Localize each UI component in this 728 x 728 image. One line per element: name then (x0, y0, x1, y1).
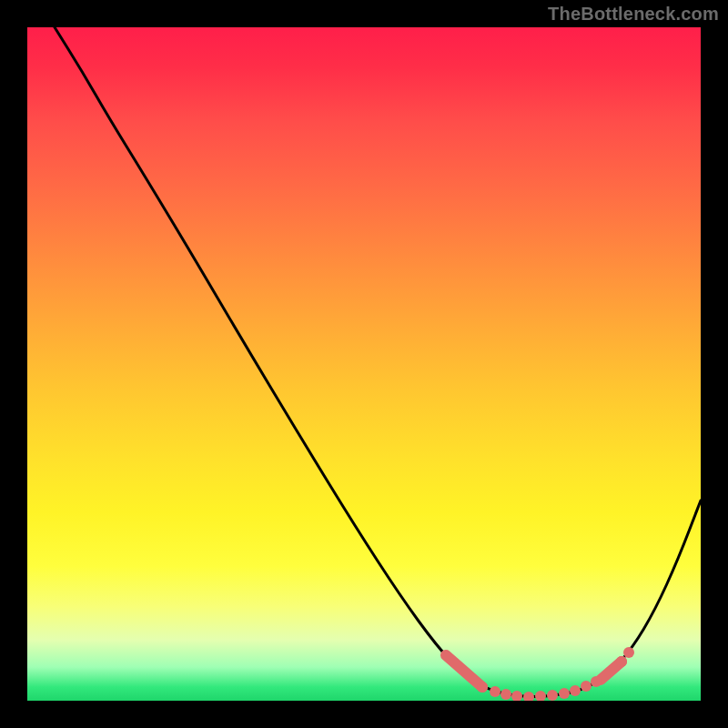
marker-dot (623, 647, 634, 658)
marker-dot (591, 676, 602, 687)
optimal-range-markers (446, 647, 634, 701)
marker-dot (535, 691, 546, 701)
marker-dot (477, 682, 488, 693)
watermark-text: TheBottleneck.com (548, 4, 719, 25)
marker-dot (523, 692, 534, 701)
chart-frame: TheBottleneck.com (0, 0, 728, 728)
marker-dot (490, 686, 500, 697)
marker-dot (500, 689, 511, 700)
chart-overlay (27, 27, 701, 701)
marker-dot (581, 681, 592, 692)
marker-dot (616, 656, 627, 667)
marker-dot (511, 691, 522, 701)
bottleneck-curve (55, 27, 701, 696)
marker-dot (559, 688, 570, 699)
marker-dot (570, 685, 581, 696)
plot-area (27, 27, 701, 701)
marker-cap (446, 655, 482, 687)
marker-dot (547, 690, 558, 701)
